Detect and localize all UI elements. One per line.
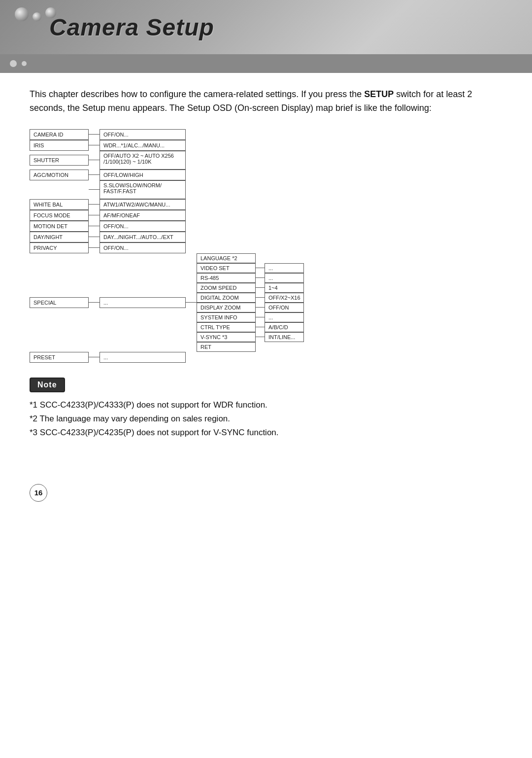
cell-zoomspeed-val: 1~4 — [265, 283, 304, 293]
cell-rs485-val: ... — [265, 273, 304, 283]
cell-preset: PRESET — [30, 352, 89, 363]
cell-agcmotion-sub: S.SLOW/SLOW/NORM/ FAST/F.FAST — [100, 180, 186, 199]
decorative-bubbles — [15, 7, 56, 21]
row-agcmotion-sub: S.SLOW/SLOW/NORM/ FAST/F.FAST — [30, 180, 304, 199]
row-agcmotion: AGC/MOTION OFF/LOW/HIGH — [30, 170, 304, 180]
cell-agcmotion-val: OFF/LOW/HIGH — [100, 170, 186, 180]
cell-iris-val: WDR...*1/ALC.../MANU... — [100, 140, 186, 151]
row-language: LANGUAGE *2 — [197, 253, 304, 263]
cell-whitebal: WHITE BAL — [30, 199, 89, 210]
cell-motiondet-val: OFF/ON... — [100, 221, 186, 232]
row-ret: RET — [197, 342, 304, 352]
cell-zoomspeed: ZOOM SPEED — [197, 283, 256, 293]
row-systeminfo: SYSTEM INFO ... — [197, 312, 304, 322]
row-videoset: VIDEO SET ... — [197, 263, 304, 273]
subheader-bar — [0, 54, 532, 73]
cell-focusmode-val: AF/MF/ONEAF — [100, 210, 186, 221]
row-focusmode: FOCUS MODE AF/MF/ONEAF — [30, 210, 304, 221]
subheader-dot-2 — [22, 61, 27, 66]
bubble-2 — [33, 12, 41, 21]
cell-focusmode: FOCUS MODE — [30, 210, 89, 221]
row-daynight: DAY/NIGHT DAY.../NIGHT.../AUTO.../EXT — [30, 232, 304, 242]
cell-digitalzoom: DIGITAL ZOOM — [197, 293, 256, 303]
cell-agcmotion: AGC/MOTION — [30, 170, 89, 180]
row-motiondet: MOTION DET OFF/ON... — [30, 221, 304, 232]
subheader-dot-1 — [10, 60, 17, 67]
row-zoomspeed: ZOOM SPEED 1~4 — [197, 283, 304, 293]
row-iris: IRIS WDR...*1/ALC.../MANU... — [30, 140, 304, 151]
row-rs485: RS-485 ... — [197, 273, 304, 283]
main-content: This chapter describes how to configure … — [0, 73, 532, 517]
cell-privacy: PRIVACY — [30, 242, 89, 253]
osd-diagram: CAMERA ID OFF/ON... IRIS — [30, 129, 502, 363]
bubble-1 — [15, 7, 29, 21]
cell-vsync: V-SYNC *3 — [197, 332, 256, 342]
note-label: Note — [30, 378, 65, 392]
cell-camera-id: CAMERA ID — [30, 129, 89, 140]
setup-bold: SETUP — [364, 89, 394, 99]
row-privacy: PRIVACY OFF/ON... — [30, 242, 304, 253]
note-item-2: *2 The language may vary depending on sa… — [30, 412, 502, 426]
cell-ret: RET — [197, 342, 256, 352]
cell-daynight: DAY/NIGHT — [30, 232, 89, 242]
cell-preset-val: ... — [100, 352, 186, 363]
row-displayzoom: DISPLAY ZOOM OFF/ON — [197, 303, 304, 312]
cell-digitalzoom-val: OFF/X2~X16 — [265, 293, 304, 303]
cell-whitebal-val: ATW1/ATW2/AWC/MANU... — [100, 199, 186, 210]
cell-daynight-val: DAY.../NIGHT.../AUTO.../EXT — [100, 232, 186, 242]
page-number: 16 — [30, 484, 47, 502]
cell-systeminfo: SYSTEM INFO — [197, 312, 256, 322]
cell-rs485: RS-485 — [197, 273, 256, 283]
cell-special: SPECIAL — [30, 297, 89, 308]
page-title: Camera Setup — [49, 14, 214, 41]
cell-shutter: SHUTTER — [30, 155, 89, 166]
cell-iris: IRIS — [30, 140, 89, 151]
cell-videoset: VIDEO SET — [197, 263, 256, 273]
cell-vsync-val: INT/LINE... — [265, 332, 304, 342]
note-item-1: *1 SCC-C4233(P)/C4333(P) does not suppor… — [30, 398, 502, 412]
note-content: *1 SCC-C4233(P)/C4333(P) does not suppor… — [30, 398, 502, 440]
cell-displayzoom: DISPLAY ZOOM — [197, 303, 256, 312]
cell-systeminfo-val: ... — [265, 312, 304, 322]
note-item-3: *3 SCC-C4233(P)/C4235(P) does not suppor… — [30, 426, 502, 440]
bubble-3 — [45, 7, 56, 18]
row-camera-id: CAMERA ID OFF/ON... — [30, 129, 304, 140]
cell-videoset-val: ... — [265, 263, 304, 273]
cell-ctrltype: CTRL TYPE — [197, 322, 256, 332]
note-section: Note *1 SCC-C4233(P)/C4333(P) does not s… — [30, 378, 502, 440]
row-ctrltype: CTRL TYPE A/B/C/D — [197, 322, 304, 332]
page-header: Camera Setup — [0, 0, 532, 54]
cell-motiondet: MOTION DET — [30, 221, 89, 232]
cell-camera-id-val: OFF/ON... — [100, 129, 186, 140]
row-vsync: V-SYNC *3 INT/LINE... — [197, 332, 304, 342]
page-number-container: 16 — [30, 464, 502, 502]
cell-privacy-val: OFF/ON... — [100, 242, 186, 253]
cell-language: LANGUAGE *2 — [197, 253, 256, 263]
cell-special-val: ... — [100, 297, 186, 308]
cell-ctrltype-val: A/B/C/D — [265, 322, 304, 332]
row-preset: PRESET ... — [30, 352, 304, 363]
cell-shutter-val: OFF/AUTO X2 ~ AUTO X256 /1/100(120) ~ 1/… — [100, 151, 186, 170]
cell-displayzoom-val: OFF/ON — [265, 303, 304, 312]
row-shutter: SHUTTER OFF/AUTO X2 ~ AUTO X256 /1/100(1… — [30, 151, 304, 170]
intro-paragraph: This chapter describes how to configure … — [30, 88, 502, 115]
row-special: SPECIAL ... — [30, 253, 304, 352]
row-whitebal: WHITE BAL ATW1/ATW2/AWC/MANU... — [30, 199, 304, 210]
row-digitalzoom: DIGITAL ZOOM OFF/X2~X16 — [197, 293, 304, 303]
